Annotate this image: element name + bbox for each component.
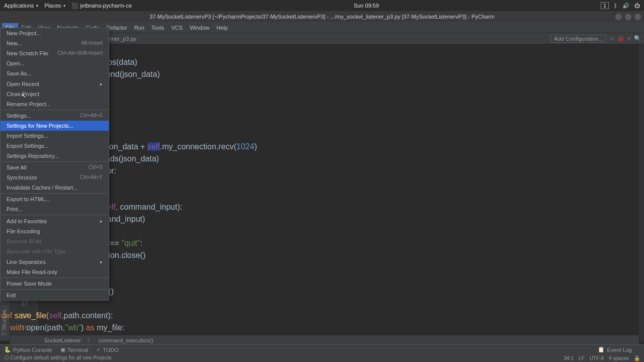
menu-remove-bom: Remove BOM: [1, 236, 109, 246]
lock-icon[interactable]: 🔓: [634, 355, 640, 361]
menu-help[interactable]: Help: [213, 23, 231, 32]
menu-separator: [1, 110, 109, 110]
tool-python-console[interactable]: 🐍 Python Console: [4, 346, 52, 353]
menu-line-separators[interactable]: Line Separators: [1, 256, 109, 267]
menu-separator: [1, 215, 109, 215]
menu-tools[interactable]: Tools: [148, 23, 168, 32]
menu-associate-filetype: Associate with File Type...: [1, 246, 109, 256]
title-bar: 37-MySocketListenervP3 [~/PycharmProject…: [0, 11, 644, 22]
menu-new-scratch[interactable]: New Scratch FileCtrl+Alt+Shift+Insert: [1, 48, 109, 58]
bottom-tool-bar: 🐍 Python Console ▣ Terminal ✓ TODO 📋 Eve…: [0, 344, 644, 354]
maximize-button[interactable]: [625, 14, 631, 20]
menu-settings-new-projects[interactable]: Settings for New Projects...: [1, 121, 109, 131]
menu-new[interactable]: New...Alt+Insert: [1, 38, 109, 48]
tool-event-log[interactable]: 📋 Event Log: [598, 346, 632, 353]
menu-settings[interactable]: Settings...Ctrl+Alt+S: [1, 111, 109, 121]
menu-separator: [1, 193, 109, 194]
chevron-right-icon: [100, 258, 103, 265]
menu-open-recent[interactable]: Open Recent: [1, 78, 109, 89]
applications-menu[interactable]: Applications: [4, 3, 38, 9]
menu-run[interactable]: Run: [131, 23, 148, 32]
tool-todo[interactable]: ✓ TODO: [96, 346, 119, 353]
debug-icon[interactable]: 🐞: [617, 35, 624, 42]
places-menu[interactable]: Places: [44, 3, 65, 9]
menu-close-project[interactable]: Close Project: [1, 89, 109, 99]
status-indent[interactable]: 4 spaces: [609, 355, 629, 361]
menu-rename-project[interactable]: Rename Project...: [1, 99, 109, 109]
file-menu-dropdown: New Project... New...Alt+Insert New Scra…: [0, 28, 109, 301]
close-button[interactable]: [634, 14, 641, 20]
menu-exit[interactable]: Exit: [1, 290, 109, 300]
menu-separator: [1, 161, 109, 162]
menu-invalidate-caches[interactable]: Invalidate Caches / Restart...: [1, 183, 109, 193]
network-icon[interactable]: ⏻: [634, 3, 640, 9]
system-bar: Applications Places ⬛ jetbrains-pycharm-…: [0, 0, 644, 11]
search-icon[interactable]: 🔍: [634, 35, 641, 42]
bluetooth-icon[interactable]: ᛒ: [614, 3, 617, 9]
clock[interactable]: Sun 09:59: [132, 3, 601, 9]
menu-save-as[interactable]: Save As...: [1, 68, 109, 78]
window-title: 37-MySocketListenervP3 [~/PycharmProject…: [0, 14, 644, 20]
code-content[interactable]: n_data = json.dumps(data) f.my_connectio…: [41, 44, 639, 358]
breadcrumb: SocketListener 〉 command_execution(): [10, 335, 639, 345]
menu-export-html[interactable]: Export to HTML...: [1, 194, 109, 204]
stop-icon[interactable]: ■: [627, 35, 631, 42]
menu-window[interactable]: Window: [186, 23, 213, 32]
menu-open[interactable]: Open...: [1, 58, 109, 68]
chevron-right-icon: [100, 217, 103, 225]
right-marker-stripe: [639, 44, 644, 341]
editor-tab[interactable]: ener_p3.py: [109, 36, 136, 42]
menu-import-settings[interactable]: Import Settings...: [1, 131, 109, 141]
breadcrumb-method[interactable]: command_execution(): [99, 337, 153, 343]
menu-file-encoding[interactable]: File Encoding: [1, 226, 109, 236]
menu-separator: [1, 278, 109, 278]
menu-make-readonly[interactable]: Make File Read-only: [1, 267, 109, 277]
menu-vcs[interactable]: VCS: [168, 23, 187, 32]
app-indicator[interactable]: ⬛ jetbrains-pycharm-ce: [71, 3, 132, 9]
status-position[interactable]: 34:1: [564, 355, 573, 361]
tool-terminal[interactable]: ▣ Terminal: [60, 346, 89, 353]
menu-separator: [1, 289, 109, 290]
menu-add-favorites[interactable]: Add to Favorites: [1, 216, 109, 226]
status-bar: ⓘ Configure default settings for all new…: [0, 354, 644, 362]
menu-save-all[interactable]: Save AllCtrl+S: [1, 162, 109, 172]
status-line-sep[interactable]: LF: [579, 355, 585, 361]
menu-settings-repository[interactable]: Settings Repository...: [1, 151, 109, 161]
menu-power-save[interactable]: Power Save Mode: [1, 279, 109, 289]
status-hint: ⓘ Configure default settings for all new…: [4, 354, 111, 361]
pycharm-icon: ⬛: [71, 3, 78, 9]
menu-export-settings[interactable]: Export Settings...: [1, 141, 109, 151]
run-icon[interactable]: ▶: [610, 35, 614, 42]
chevron-right-icon: [100, 80, 103, 87]
breadcrumb-class[interactable]: SocketListener: [44, 337, 81, 343]
menu-new-project[interactable]: New Project...: [1, 28, 109, 38]
menu-print[interactable]: Print...: [1, 204, 109, 214]
status-encoding[interactable]: UTF-8: [590, 355, 604, 361]
menu-synchronize[interactable]: SynchronizeCtrl+Alt+Y: [1, 172, 109, 183]
minimize-button[interactable]: [615, 14, 622, 20]
volume-icon[interactable]: 🔊: [622, 3, 629, 9]
workspace-indicator[interactable]: 1: [601, 2, 609, 9]
add-configuration-button[interactable]: Add Configuration...: [550, 35, 606, 43]
